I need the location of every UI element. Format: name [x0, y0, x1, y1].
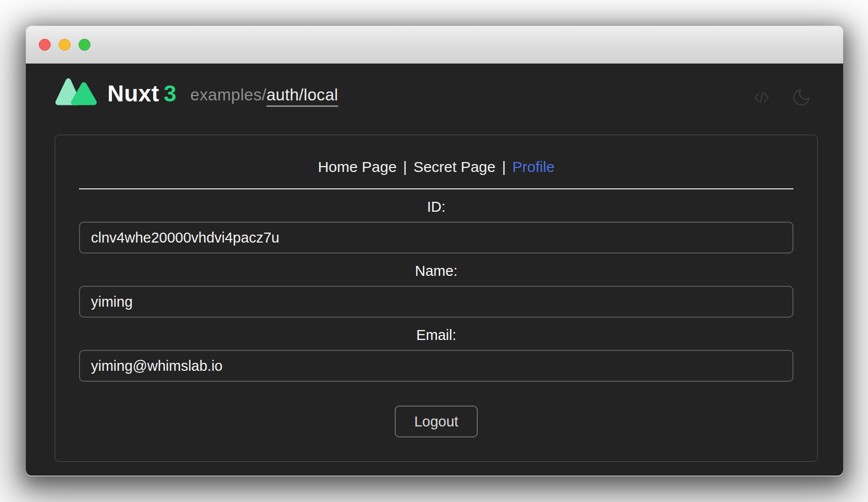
nav-separator: |: [403, 159, 407, 175]
zoom-button[interactable]: [79, 39, 90, 51]
browser-window: Nuxt 3 examples/auth/local: [26, 26, 843, 476]
moon-icon[interactable]: [791, 87, 811, 107]
breadcrumb: examples/auth/local: [190, 85, 338, 104]
brand-name: Nuxt: [107, 80, 159, 107]
brand-version: 3: [164, 80, 176, 107]
name-field-group: Name:: [79, 262, 793, 318]
app-content: Nuxt 3 examples/auth/local: [26, 64, 843, 476]
id-input[interactable]: [79, 222, 793, 253]
traffic-lights: [39, 39, 98, 51]
id-label: ID:: [79, 198, 793, 216]
profile-card: Home Page|Secret Page|Profile ID: Name: …: [55, 135, 818, 462]
nuxt-logo-link[interactable]: Nuxt 3: [55, 77, 176, 110]
nav-link-profile[interactable]: Profile: [513, 159, 555, 175]
close-button[interactable]: [39, 39, 51, 51]
name-input[interactable]: [79, 286, 793, 318]
breadcrumb-current-link[interactable]: auth/local: [266, 85, 338, 107]
app-header: Nuxt 3 examples/auth/local: [26, 64, 843, 110]
nuxt-logo-icon: [55, 77, 99, 110]
code-icon[interactable]: [752, 87, 772, 107]
nav-separator: |: [502, 159, 506, 175]
email-input[interactable]: [79, 350, 793, 382]
logout-button-row: Logout: [79, 406, 793, 437]
email-field-group: Email:: [79, 326, 793, 382]
id-field-group: ID:: [79, 198, 793, 253]
nav-link-secret[interactable]: Secret Page: [414, 159, 496, 175]
page-nav: Home Page|Secret Page|Profile: [79, 158, 793, 176]
breadcrumb-prefix: examples/: [190, 85, 266, 104]
header-actions: [752, 87, 811, 107]
nav-link-home[interactable]: Home Page: [318, 159, 396, 175]
window-titlebar: [26, 26, 843, 64]
logout-button[interactable]: Logout: [395, 406, 478, 437]
divider: [79, 188, 793, 189]
name-label: Name:: [79, 262, 793, 280]
minimize-button[interactable]: [59, 39, 71, 51]
email-label: Email:: [79, 326, 793, 344]
